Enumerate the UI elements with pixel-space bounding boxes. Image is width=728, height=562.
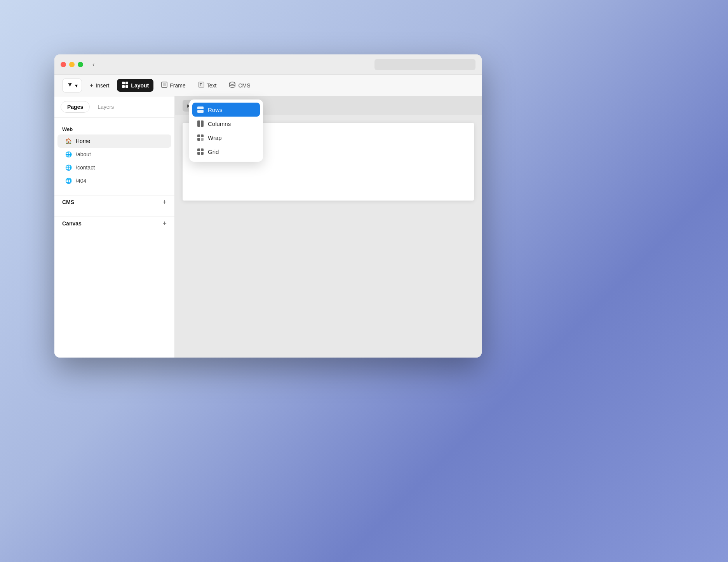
main-area: Pages Layers Web 🏠 Home 🌐 /about 🌐 /cont…: [54, 96, 482, 358]
maximize-button[interactable]: [78, 62, 83, 67]
grid-icon: [197, 148, 204, 155]
svg-rect-14: [201, 134, 204, 137]
back-button[interactable]: ‹: [92, 61, 94, 68]
canvas-add-button[interactable]: +: [162, 220, 167, 227]
svg-rect-18: [201, 148, 204, 151]
layout-option-columns[interactable]: Columns: [192, 117, 260, 131]
brand-icon: [66, 81, 73, 90]
globe-icon-404: 🌐: [65, 178, 72, 184]
plus-icon: +: [90, 82, 93, 89]
toolbar: ▾ + Insert Layout: [54, 75, 482, 96]
rows-label: Rows: [208, 106, 223, 113]
svg-rect-1: [125, 82, 128, 84]
sidebar-tabs: Pages Layers: [54, 96, 174, 118]
nav-item-404[interactable]: 🌐 /404: [57, 174, 171, 187]
cms-section-header[interactable]: CMS +: [54, 195, 174, 209]
frame-label: Frame: [170, 82, 185, 89]
sidebar-content: Web 🏠 Home 🌐 /about 🌐 /contact 🌐 /404: [54, 118, 174, 358]
nav-item-about[interactable]: 🌐 /about: [57, 148, 171, 161]
svg-rect-2: [122, 85, 125, 88]
nav-home-label: Home: [76, 138, 90, 144]
layout-button[interactable]: Layout: [117, 79, 153, 92]
titlebar: ‹: [54, 54, 482, 75]
columns-label: Columns: [208, 120, 231, 127]
svg-rect-15: [197, 138, 200, 141]
svg-rect-20: [201, 152, 204, 155]
close-button[interactable]: [61, 62, 66, 67]
svg-rect-16: [201, 138, 204, 141]
globe-icon-about: 🌐: [65, 151, 72, 157]
chevron-left-icon: ‹: [92, 61, 94, 68]
sidebar: Pages Layers Web 🏠 Home 🌐 /about 🌐 /cont…: [54, 96, 175, 358]
svg-rect-11: [197, 120, 200, 127]
layout-icon: [122, 81, 129, 89]
text-button[interactable]: T Text: [193, 79, 221, 91]
cms-icon: [229, 81, 236, 89]
section-canvas: Canvas +: [54, 216, 174, 230]
svg-rect-12: [201, 120, 204, 127]
cms-add-button[interactable]: +: [162, 199, 167, 206]
tab-layers[interactable]: Layers: [91, 101, 120, 113]
globe-icon-contact: 🌐: [65, 164, 72, 171]
nav-about-label: /about: [76, 151, 91, 157]
rows-icon: [197, 106, 204, 113]
wrap-icon: [197, 134, 204, 141]
layout-option-rows[interactable]: Rows: [192, 103, 260, 117]
canvas-section-header[interactable]: Canvas +: [54, 216, 174, 230]
brand-dropdown-icon: ▾: [75, 82, 78, 89]
titlebar-search: [374, 59, 475, 70]
svg-rect-10: [197, 110, 204, 113]
insert-button[interactable]: + Insert: [85, 80, 114, 91]
canvas-section-label: Canvas: [62, 220, 82, 227]
nav-item-contact[interactable]: 🌐 /contact: [57, 161, 171, 174]
svg-rect-19: [197, 152, 200, 155]
frame-icon: [161, 82, 167, 89]
nav-contact-label: /contact: [76, 164, 95, 171]
columns-icon: [197, 120, 204, 127]
insert-label: Insert: [96, 82, 109, 89]
cms-label: CMS: [238, 82, 250, 89]
svg-text:T: T: [200, 83, 202, 87]
text-icon: T: [198, 82, 204, 89]
svg-rect-5: [163, 83, 166, 86]
app-window: ‹ ▾ + Insert: [54, 54, 482, 358]
section-web-header: Web: [54, 124, 174, 134]
frame-button[interactable]: Frame: [157, 79, 190, 91]
minimize-button[interactable]: [69, 62, 75, 67]
svg-rect-17: [197, 148, 200, 151]
text-label: Text: [207, 82, 217, 89]
svg-point-8: [230, 82, 235, 84]
nav-404-label: /404: [76, 178, 86, 184]
tab-pages[interactable]: Pages: [61, 101, 90, 113]
layout-label: Layout: [131, 82, 149, 89]
layout-option-grid[interactable]: Grid: [192, 145, 260, 159]
cms-section-label: CMS: [62, 199, 74, 205]
grid-label: Grid: [208, 148, 219, 155]
layout-dropdown-menu: Rows Columns Wrap: [189, 99, 263, 162]
nav-item-home[interactable]: 🏠 Home: [57, 134, 171, 148]
home-icon: 🏠: [65, 138, 72, 144]
brand-button[interactable]: ▾: [62, 79, 82, 93]
wrap-label: Wrap: [208, 134, 222, 141]
svg-rect-0: [122, 82, 125, 84]
traffic-lights: [61, 62, 83, 67]
svg-rect-13: [197, 134, 200, 137]
svg-rect-9: [197, 106, 204, 109]
layout-option-wrap[interactable]: Wrap: [192, 131, 260, 145]
cms-button[interactable]: CMS: [224, 79, 255, 92]
section-cms: CMS +: [54, 195, 174, 209]
svg-rect-3: [125, 85, 128, 88]
